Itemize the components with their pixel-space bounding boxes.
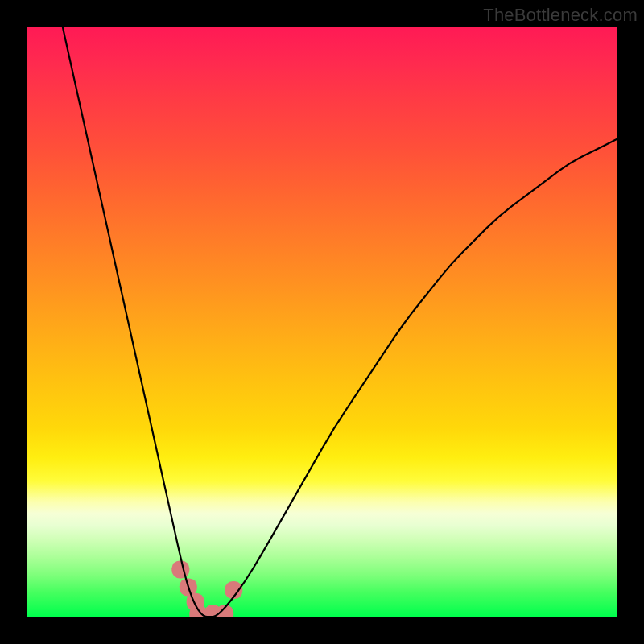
plot-area bbox=[27, 27, 617, 617]
data-marker bbox=[180, 578, 197, 596]
watermark-text: TheBottleneck.com bbox=[483, 5, 638, 26]
chart-svg bbox=[27, 27, 617, 617]
data-marker bbox=[225, 581, 242, 599]
data-marker bbox=[189, 605, 207, 617]
bottleneck-curve bbox=[63, 27, 617, 617]
data-marker bbox=[216, 605, 233, 617]
data-marker bbox=[171, 560, 189, 578]
data-marker bbox=[187, 593, 204, 611]
chart-frame: TheBottleneck.com bbox=[0, 0, 644, 644]
markers-group bbox=[171, 560, 242, 617]
data-marker bbox=[204, 605, 222, 617]
